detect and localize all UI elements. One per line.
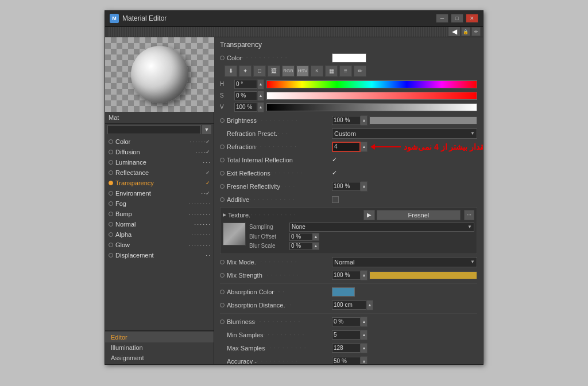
refraction-up[interactable]: ▲ [361, 142, 368, 152]
close-button[interactable]: ✕ [466, 14, 478, 23]
rgb-icon-btn[interactable]: RGB [282, 65, 295, 77]
tir-radio[interactable] [220, 158, 225, 162]
square-icon-btn[interactable]: □ [253, 65, 266, 77]
v-spinner-up[interactable]: ▲ [257, 102, 264, 112]
blur-offset-input[interactable] [289, 233, 312, 241]
nav-assignment[interactable]: Assignment [105, 353, 214, 363]
image-icon-btn[interactable]: 🖼 [268, 65, 280, 77]
lock-icon[interactable]: 🔒 [461, 27, 470, 36]
edit-icon[interactable]: ✏ [471, 27, 481, 36]
hue-bar[interactable] [266, 80, 477, 88]
fresnel-button[interactable]: Fresnel [377, 210, 461, 220]
saturation-bar[interactable] [266, 92, 477, 100]
max-samples-spinner: ▲ [332, 343, 368, 353]
channel-item-displacement[interactable]: Displacement · · [105, 250, 214, 260]
absorption-distance-input[interactable] [332, 301, 366, 310]
search-button[interactable]: ▼ [202, 125, 211, 134]
brightness-radio[interactable] [220, 118, 225, 123]
mix-strength-bar[interactable] [369, 271, 477, 279]
color-radio[interactable] [220, 56, 225, 60]
nav-editor[interactable]: Editor [105, 332, 214, 342]
fresnel-refl-input[interactable] [332, 182, 361, 191]
asterisk-icon-btn[interactable]: ✦ [239, 65, 252, 77]
channel-item-color[interactable]: Color · · · · · · ✓ [105, 137, 214, 147]
accuracy-label: Accuracy - [227, 358, 257, 364]
s-spinner-up[interactable]: ▲ [257, 91, 264, 101]
accuracy-up[interactable]: ▲ [361, 356, 368, 364]
additive-checkbox[interactable] [332, 196, 339, 203]
channel-item-environment[interactable]: Environment · · ✓ [105, 188, 214, 198]
absorption-color-radio[interactable] [220, 290, 225, 294]
kelvin-icon-btn[interactable]: K [311, 65, 323, 77]
max-samples-up[interactable]: ▲ [361, 343, 368, 353]
mix-strength-input[interactable] [332, 271, 361, 280]
exit-refl-radio[interactable] [220, 171, 225, 176]
minimize-button[interactable]: ─ [436, 14, 448, 23]
brightness-bar[interactable] [369, 116, 477, 124]
tir-check[interactable]: ✓ [332, 156, 337, 163]
maximize-button[interactable]: □ [451, 14, 463, 23]
download-icon-btn[interactable]: ⬇ [225, 65, 237, 77]
h-input[interactable] [234, 80, 257, 89]
channel-item-fog[interactable]: Fog · · · · · · · · [105, 198, 214, 209]
blurriness-input[interactable] [332, 317, 361, 326]
texture-play-btn[interactable]: ▶ [363, 210, 375, 220]
refraction-preset-dropdown[interactable]: Custom ▼ [332, 128, 477, 139]
channel-item-diffusion[interactable]: Diffusion · · · · ✓ [105, 147, 214, 157]
blur-scale-up[interactable]: ▲ [312, 242, 319, 250]
channel-radio-glow [109, 243, 113, 247]
nav-illumination[interactable]: Illumination [105, 342, 214, 353]
toolbar-icons: 🔒 ✏ [461, 27, 481, 36]
absorption-color-swatch[interactable] [332, 287, 355, 297]
channel-item-reflectance[interactable]: Reflectance ✓ [105, 167, 214, 178]
fresnel-refl-up[interactable]: ▲ [361, 181, 368, 192]
additive-radio[interactable] [220, 197, 225, 202]
channel-item-luminance[interactable]: Luminance · · · [105, 157, 214, 167]
hsv-icon-btn[interactable]: HSV [296, 65, 309, 77]
refraction-input[interactable] [332, 142, 361, 152]
pencil-icon-btn[interactable]: ✏ [354, 65, 366, 77]
accuracy-input[interactable] [332, 357, 361, 364]
material-search-input[interactable] [107, 125, 201, 134]
absorption-distance-radio[interactable] [220, 303, 225, 307]
min-samples-input[interactable] [332, 330, 361, 340]
lines-icon-btn[interactable]: ≡ [339, 65, 352, 77]
blurriness-up[interactable]: ▲ [361, 317, 368, 327]
mix-strength-up[interactable]: ▲ [361, 270, 368, 280]
mix-mode-dropdown[interactable]: Normal ▼ [332, 257, 477, 267]
s-input[interactable] [234, 91, 257, 100]
blurriness-radio[interactable] [220, 319, 225, 324]
mix-strength-radio[interactable] [220, 273, 225, 278]
blur-offset-up[interactable]: ▲ [312, 233, 319, 241]
toolbar-strip: ◀ 🔒 ✏ [105, 27, 483, 37]
channel-item-normal[interactable]: Normal · · · · · · [105, 219, 214, 229]
sampling-dropdown[interactable]: None ▼ [289, 223, 474, 232]
annotation-text: نمی‌دانم چرا این مقدار بیشتر از 4 نمی‌شو… [404, 142, 483, 151]
channel-item-glow[interactable]: Glow · · · · · · · · [105, 240, 214, 250]
expand-triangle-icon[interactable]: ▶ [223, 212, 226, 217]
v-input[interactable] [234, 103, 257, 112]
grid-icon-btn[interactable]: ▦ [325, 65, 338, 77]
absorption-distance-up[interactable]: ▲ [366, 300, 373, 310]
refraction-radio[interactable] [220, 145, 225, 149]
h-spinner-up[interactable]: ▲ [257, 79, 264, 89]
blur-scale-input[interactable] [289, 242, 312, 250]
color-swatch[interactable] [332, 53, 366, 63]
min-samples-up[interactable]: ▲ [361, 330, 368, 340]
fresnel-refl-radio[interactable] [220, 184, 225, 189]
texture-more-btn[interactable]: ··· [464, 210, 474, 220]
value-bar[interactable] [266, 103, 477, 111]
left-panel: Mat ▼ Color · · · · · · ✓ Diffusion · · … [105, 37, 214, 364]
mix-strength-spinner: ▲ [332, 270, 368, 280]
max-samples-input[interactable] [332, 344, 361, 353]
toolbar-arrow[interactable]: ◀ [448, 27, 460, 36]
brightness-label: Brightness [227, 117, 257, 124]
mix-mode-radio[interactable] [220, 260, 225, 264]
brightness-up[interactable]: ▲ [361, 115, 368, 126]
exit-refl-check[interactable]: ✓ [332, 169, 337, 177]
channel-item-alpha[interactable]: Alpha · · · · · · · [105, 229, 214, 240]
channel-item-transparency[interactable]: Transparency ✓ [105, 178, 214, 188]
brightness-input[interactable] [332, 116, 361, 125]
texture-preview[interactable] [223, 223, 246, 245]
channel-item-bump[interactable]: Bump · · · · · · · · [105, 209, 214, 219]
